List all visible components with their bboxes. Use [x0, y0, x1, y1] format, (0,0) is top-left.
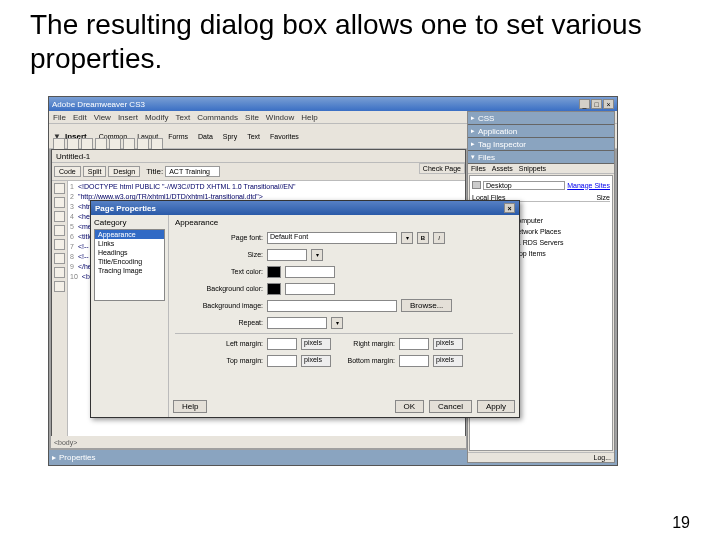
chevron-right-icon: ▸ — [52, 453, 56, 462]
gutter-icon[interactable] — [54, 281, 65, 292]
slide-caption: The resulting dialog box allows one to s… — [0, 0, 720, 79]
menu-file[interactable]: File — [53, 113, 66, 122]
text-color-label: Text color: — [175, 268, 263, 275]
size-input[interactable] — [267, 249, 307, 261]
repeat-label: Repeat: — [175, 319, 263, 326]
menu-help[interactable]: Help — [301, 113, 317, 122]
page-font-label: Page font: — [175, 234, 263, 241]
bold-button[interactable]: B — [417, 232, 429, 244]
form-column: Appearance Page font: Default Font ▾ B I… — [169, 215, 519, 417]
maximize-button[interactable]: □ — [591, 99, 602, 109]
size-label: Size: — [175, 251, 263, 258]
gutter-icon[interactable] — [54, 225, 65, 236]
bg-color-label: Background color: — [175, 285, 263, 292]
close-button[interactable]: × — [603, 99, 614, 109]
doc-tab-bar: Untitled-1 — [52, 150, 465, 163]
bg-image-input[interactable] — [267, 300, 397, 312]
right-margin-unit[interactable]: pixels — [433, 338, 463, 350]
design-view-button[interactable]: Design — [108, 166, 140, 177]
gutter-icon[interactable] — [54, 253, 65, 264]
category-links: Links — [95, 239, 164, 248]
bg-color-input[interactable] — [285, 283, 335, 295]
gutter-icon[interactable] — [54, 211, 65, 222]
dialog-titlebar[interactable]: Page Properties × — [91, 201, 519, 215]
top-margin-input[interactable] — [267, 355, 297, 367]
dropdown-icon[interactable]: ▾ — [331, 317, 343, 329]
gutter-icon[interactable] — [54, 239, 65, 250]
doc-filename[interactable]: Untitled-1 — [56, 152, 90, 161]
dropdown-icon[interactable]: ▾ — [311, 249, 323, 261]
menu-commands[interactable]: Commands — [197, 113, 238, 122]
code-view-button[interactable]: Code — [54, 166, 81, 177]
section-heading: Appearance — [175, 218, 513, 227]
slide-page-number: 19 — [672, 514, 690, 532]
apply-button[interactable]: Apply — [477, 400, 515, 413]
menu-modify[interactable]: Modify — [145, 113, 169, 122]
menu-edit[interactable]: Edit — [73, 113, 87, 122]
minimize-button[interactable]: _ — [579, 99, 590, 109]
log-link[interactable]: Log... — [593, 454, 611, 461]
app-titlebar: Adobe Dreamweaver CS3 _ □ × — [49, 97, 617, 111]
left-margin-unit[interactable]: pixels — [301, 338, 331, 350]
italic-button[interactable]: I — [433, 232, 445, 244]
split-view-button[interactable]: Split — [83, 166, 107, 177]
code-gutter — [52, 181, 68, 438]
panel-css[interactable]: ▸CSS — [468, 112, 614, 125]
category-list[interactable]: Appearance Links Headings Title/Encoding… — [94, 229, 165, 301]
dropdown-icon[interactable]: ▾ — [401, 232, 413, 244]
desktop-icon — [472, 181, 481, 189]
cancel-button[interactable]: Cancel — [429, 400, 472, 413]
manage-sites-link[interactable]: Manage Sites — [567, 182, 610, 189]
menu-view[interactable]: View — [94, 113, 111, 122]
tag-selector-bar[interactable]: <body> — [51, 436, 466, 448]
gutter-icon[interactable] — [54, 267, 65, 278]
site-select[interactable]: Desktop — [483, 181, 565, 190]
top-margin-label: Top margin: — [175, 357, 263, 364]
bottom-margin-unit[interactable]: pixels — [433, 355, 463, 367]
panel-tag-inspector[interactable]: ▸Tag Inspector — [468, 138, 614, 151]
browse-button[interactable]: Browse... — [401, 299, 452, 312]
gutter-icon[interactable] — [54, 197, 65, 208]
category-title-encoding: Title/Encoding — [95, 257, 164, 266]
left-margin-label: Left margin: — [175, 340, 263, 347]
col-size[interactable]: Size — [596, 194, 610, 201]
panel-files[interactable]: ▾Files — [468, 151, 614, 164]
left-margin-input[interactable] — [267, 338, 297, 350]
files-tab-assets[interactable]: Assets — [492, 165, 513, 172]
insert-tab-favorites[interactable]: Favorites — [268, 133, 301, 140]
category-tracing-image: Tracing Image — [95, 266, 164, 275]
insert-tab-text[interactable]: Text — [245, 133, 262, 140]
ok-button[interactable]: OK — [395, 400, 425, 413]
title-input[interactable]: ACT Training — [165, 166, 220, 177]
insert-tab-data[interactable]: Data — [196, 133, 215, 140]
bottom-margin-input[interactable] — [399, 355, 429, 367]
doc-toolbar: Code Split Design Title: ACT Training — [52, 163, 465, 181]
top-margin-unit[interactable]: pixels — [301, 355, 331, 367]
menu-text[interactable]: Text — [175, 113, 190, 122]
category-appearance: Appearance — [95, 230, 164, 239]
gutter-icon[interactable] — [54, 183, 65, 194]
insert-tab-forms[interactable]: Forms — [166, 133, 190, 140]
insert-tab-spry[interactable]: Spry — [221, 133, 239, 140]
app-title: Adobe Dreamweaver CS3 — [52, 100, 145, 109]
panel-application[interactable]: ▸Application — [468, 125, 614, 138]
dialog-close-button[interactable]: × — [504, 203, 515, 213]
category-column: Category Appearance Links Headings Title… — [91, 215, 169, 417]
help-button[interactable]: Help — [173, 400, 207, 413]
bottom-margin-label: Bottom margin: — [335, 357, 395, 364]
text-color-input[interactable] — [285, 266, 335, 278]
files-tab-files[interactable]: Files — [471, 165, 486, 172]
menu-site[interactable]: Site — [245, 113, 259, 122]
repeat-select[interactable] — [267, 317, 327, 329]
files-tab-snippets[interactable]: Snippets — [519, 165, 546, 172]
title-label: Title: — [146, 167, 163, 176]
right-margin-input[interactable] — [399, 338, 429, 350]
bg-color-swatch[interactable] — [267, 283, 281, 295]
check-page-button[interactable]: Check Page — [419, 163, 465, 174]
menu-insert[interactable]: Insert — [118, 113, 138, 122]
text-color-swatch[interactable] — [267, 266, 281, 278]
menu-window[interactable]: Window — [266, 113, 294, 122]
category-headings: Headings — [95, 248, 164, 257]
page-properties-dialog: Page Properties × Category Appearance Li… — [90, 200, 520, 418]
page-font-select[interactable]: Default Font — [267, 232, 397, 244]
